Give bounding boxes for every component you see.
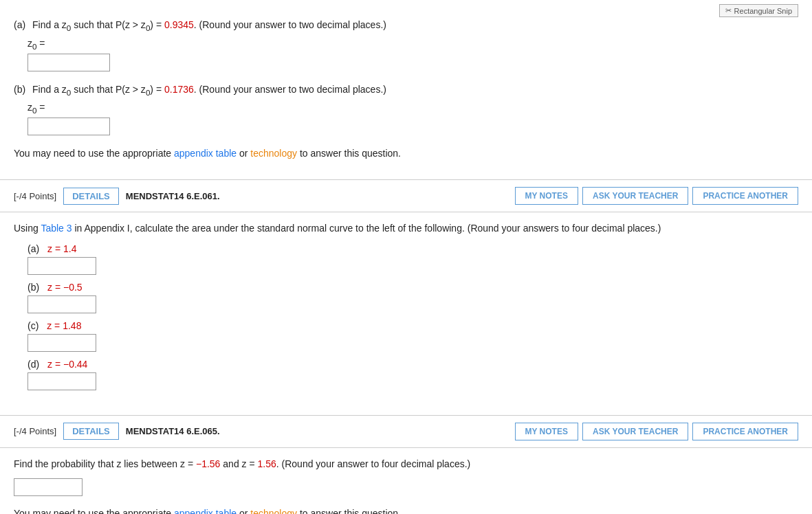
section3-header-buttons: MY NOTES ASK YOUR TEACHER PRACTICE ANOTH… xyxy=(515,423,799,440)
section2-my-notes-button[interactable]: MY NOTES xyxy=(515,187,578,205)
snip-icon: ✂ xyxy=(725,6,732,15)
footnote-row: You may need to use the appropriate appe… xyxy=(14,148,798,159)
section2-header: [-/4 Points] DETAILS MENDSTAT14 6.E.061.… xyxy=(0,179,812,212)
footnote-end: to answer this question. xyxy=(300,148,401,159)
section2-details-button[interactable]: DETAILS xyxy=(63,188,119,205)
s2-part-a: (a) z = 1.4 xyxy=(28,243,798,275)
part-a-label: (a) xyxy=(14,19,25,30)
technology-link[interactable]: technology xyxy=(250,148,297,159)
s2-part-b: (b) z = −0.5 xyxy=(28,282,798,313)
section3-header: [-/4 Points] DETAILS MENDSTAT14 6.E.065.… xyxy=(0,415,812,448)
section2-points: [-/4 Points] xyxy=(14,191,56,201)
part-b-top: (b) Find a z0 such that P(z > z0) = 0.17… xyxy=(14,84,798,136)
value-b: 0.1736 xyxy=(164,84,194,95)
part-b-text: Find a z0 such that P(z > z0) = 0.1736. … xyxy=(32,84,386,95)
s2-part-b-label-row: (b) z = −0.5 xyxy=(28,282,798,293)
s3-technology-link[interactable]: technology xyxy=(250,508,297,514)
s3-footnote: You may need to use the appropriate appe… xyxy=(14,506,798,514)
section3-points: [-/4 Points] xyxy=(14,426,56,436)
part-b-input[interactable] xyxy=(28,118,110,135)
part-a-input[interactable] xyxy=(28,54,110,71)
s2-input-a[interactable] xyxy=(28,257,96,275)
s2-value-d: z = −0.44 xyxy=(47,359,87,370)
s2-label-d: (d) xyxy=(28,359,39,370)
or-text: or xyxy=(239,148,250,159)
section2-intro: Using Table 3 in Appendix I, calculate t… xyxy=(14,221,798,236)
s2-part-d-label-row: (d) z = −0.44 xyxy=(28,359,798,370)
s3-value1: −1.56 xyxy=(196,458,220,469)
section3-content: Find the probability that z lies between… xyxy=(0,448,812,514)
s3-input[interactable] xyxy=(14,478,83,496)
section3-ask-teacher-button[interactable]: ASK YOUR TEACHER xyxy=(582,423,688,440)
appendix-link[interactable]: appendix table xyxy=(174,148,237,159)
section2-ask-teacher-button[interactable]: ASK YOUR TEACHER xyxy=(582,187,688,205)
section3-details-button[interactable]: DETAILS xyxy=(63,423,119,440)
s2-label-b: (b) xyxy=(28,282,39,293)
part-a-text: Find a z0 such that P(z > z0) = 0.9345. … xyxy=(32,19,386,30)
s2-input-b[interactable] xyxy=(28,295,96,313)
s3-appendix-link[interactable]: appendix table xyxy=(174,508,237,514)
s2-input-d[interactable] xyxy=(28,372,96,390)
s2-value-a: z = 1.4 xyxy=(47,243,76,254)
section3-practice-button[interactable]: PRACTICE ANOTHER xyxy=(692,423,798,440)
s2-value-b: z = −0.5 xyxy=(47,282,83,293)
snip-button[interactable]: ✂ Rectangular Snip xyxy=(719,4,798,17)
section2-content: Using Table 3 in Appendix I, calculate t… xyxy=(0,212,812,401)
part-a-input-row: z0 = xyxy=(28,38,798,71)
s3-value2: 1.56 xyxy=(258,458,276,469)
table3-link[interactable]: Table 3 xyxy=(41,223,72,234)
footnote-text: You may need to use the appropriate xyxy=(14,148,174,159)
s2-part-a-label-row: (a) z = 1.4 xyxy=(28,243,798,254)
s2-input-c[interactable] xyxy=(28,334,96,352)
part-a-top: (a) Find a z0 such that P(z > z0) = 0.93… xyxy=(14,19,798,71)
part-b-label: (b) xyxy=(14,84,25,95)
s2-part-d: (d) z = −0.44 xyxy=(28,359,798,390)
s2-part-c: (c) z = 1.48 xyxy=(28,320,798,352)
section2-practice-button[interactable]: PRACTICE ANOTHER xyxy=(692,187,798,205)
part-b-input-row: z0 = xyxy=(28,102,798,135)
section2-problem-id: MENDSTAT14 6.E.061. xyxy=(126,191,508,201)
za-label: z0 = xyxy=(28,38,45,49)
section3-problem-id: MENDSTAT14 6.E.065. xyxy=(126,426,508,436)
s2-label-a: (a) xyxy=(28,243,39,254)
s2-label-c: (c) xyxy=(28,320,39,331)
s2-value-c: z = 1.48 xyxy=(47,320,81,331)
spacer2 xyxy=(0,401,812,415)
spacer1 xyxy=(0,166,812,179)
section3-intro: Find the probability that z lies between… xyxy=(14,456,798,471)
snip-label: Rectangular Snip xyxy=(734,7,792,15)
section2-header-buttons: MY NOTES ASK YOUR TEACHER PRACTICE ANOTH… xyxy=(515,187,799,205)
section3-my-notes-button[interactable]: MY NOTES xyxy=(515,423,578,440)
s2-part-c-label-row: (c) z = 1.48 xyxy=(28,320,798,331)
value-a: 0.9345 xyxy=(164,19,194,30)
top-section: ✂ Rectangular Snip (a) Find a z0 such th… xyxy=(0,0,812,166)
zb-label: z0 = xyxy=(28,102,45,113)
